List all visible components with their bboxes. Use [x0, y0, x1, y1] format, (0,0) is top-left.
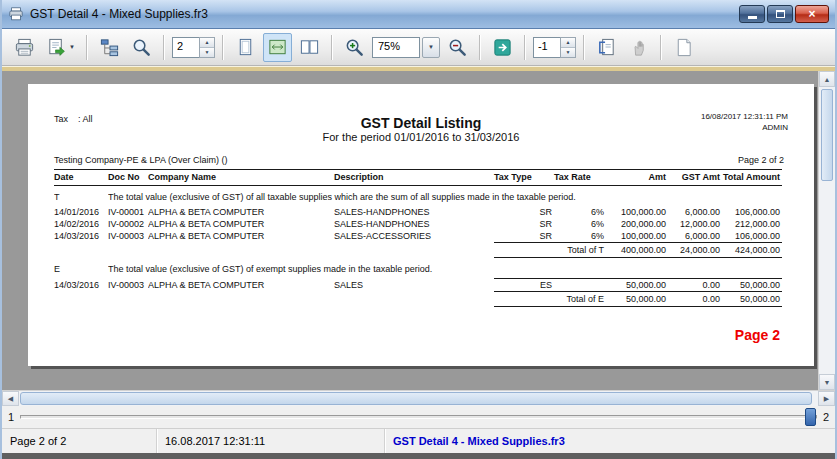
cell: SALES	[334, 279, 494, 292]
report-preview-window: GST Detail 4 - Mixed Supplies.fr3 ×	[0, 0, 837, 459]
two-pages-view-button[interactable]	[295, 33, 324, 62]
cell: SR	[494, 230, 554, 243]
spin-up-icon: ▲	[204, 40, 209, 45]
trackbar-track[interactable]	[20, 415, 817, 419]
scroll-up-button[interactable]: ▲	[819, 71, 835, 87]
cell: SR	[494, 206, 554, 218]
zoom-combobox[interactable]: 75% ▼	[372, 37, 440, 58]
page-number-spinner[interactable]: 2 ▲ ▼	[172, 37, 215, 58]
whole-page-view-button[interactable]	[231, 33, 260, 62]
cell: 14/03/2016	[54, 230, 108, 243]
cell: ALPHA & BETA COMPUTER	[148, 206, 334, 218]
total-value: 24,000.00	[668, 243, 722, 258]
column-header: Tax Type	[494, 170, 554, 186]
page-offset-up-button[interactable]: ▲	[561, 38, 575, 47]
cell: ES	[494, 279, 554, 292]
toolbar-separator	[86, 35, 88, 60]
window-title: GST Detail 4 - Mixed Supplies.fr3	[30, 7, 733, 21]
cell: SALES-HANDPHONES	[334, 218, 494, 230]
toolbar-separator	[524, 35, 526, 60]
report-title: GST Detail Listing	[28, 115, 814, 131]
page-trackbar[interactable]: 1 2	[2, 406, 835, 428]
page-number-spin-buttons: ▲ ▼	[199, 37, 215, 58]
zoom-dropdown-button[interactable]: ▼	[422, 37, 440, 58]
section-header-row: TThe total value (exclusive of GST) of a…	[54, 186, 782, 207]
outline-icon	[99, 37, 120, 58]
toolbar-separator	[479, 35, 481, 60]
vertical-scroll-track[interactable]	[819, 87, 835, 374]
section-code: E	[54, 258, 108, 279]
column-header: GST Amt	[668, 170, 722, 186]
cell: 6%	[554, 230, 606, 243]
status-datetime: 16.08.2017 12:31:11	[157, 429, 385, 453]
preview-area[interactable]: Tax: All 16/08/2017 12:31:11 PM ADMIN GS…	[2, 71, 818, 390]
section-description: The total value (exclusive of GST) of ex…	[108, 258, 782, 279]
page-offset-down-button[interactable]: ▼	[561, 47, 575, 57]
cell: SALES-HANDPHONES	[334, 206, 494, 218]
titlebar[interactable]: GST Detail 4 - Mixed Supplies.fr3 ×	[2, 0, 835, 29]
page-number-value[interactable]: 2	[172, 37, 199, 58]
horizontal-scrollbar[interactable]: ◀ ▶	[2, 390, 835, 406]
printer-icon	[14, 37, 35, 58]
two-pages-icon	[299, 37, 320, 58]
last-page-label: 2	[823, 411, 829, 423]
page-offset-value[interactable]: -1	[533, 37, 560, 58]
cell: IV-00002	[108, 218, 148, 230]
zoom-in-icon	[344, 37, 365, 58]
page-number-up-button[interactable]: ▲	[200, 38, 214, 47]
hand-icon	[628, 37, 649, 58]
spacer	[54, 243, 494, 258]
report-data-row: 14/03/2016IV-00003ALPHA & BETA COMPUTERS…	[54, 279, 782, 292]
hand-tool-button[interactable]	[624, 33, 653, 62]
cell: ALPHA & BETA COMPUTER	[148, 230, 334, 243]
export-dropdown-icon: ▼	[69, 44, 75, 50]
search-button[interactable]	[127, 33, 156, 62]
statusbar: Page 2 of 2 16.08.2017 12:31:11 GST Deta…	[2, 428, 835, 453]
cell: ALPHA & BETA COMPUTER	[148, 279, 334, 292]
zoom-value[interactable]: 75%	[372, 37, 420, 58]
horizontal-scroll-thumb[interactable]	[20, 392, 812, 405]
cell: 6,000.00	[668, 206, 722, 218]
zoom-in-button[interactable]	[340, 33, 369, 62]
zoom-out-button[interactable]	[443, 33, 472, 62]
spin-down-icon: ▼	[565, 50, 570, 55]
new-page-button[interactable]	[669, 33, 698, 62]
vertical-scroll-thumb[interactable]	[821, 89, 833, 181]
spacer	[54, 292, 494, 307]
horizontal-scroll-track[interactable]	[19, 391, 818, 406]
column-header: Total Amount	[722, 170, 782, 186]
page-width-view-button[interactable]	[263, 33, 292, 62]
export-button[interactable]: ▼	[42, 33, 79, 62]
zoom-out-icon	[447, 37, 468, 58]
toolbar: ▼ 2 ▲ ▼	[2, 29, 835, 66]
scroll-left-button[interactable]: ◀	[2, 391, 19, 406]
page-width-icon	[267, 37, 288, 58]
total-value: 0.00	[668, 292, 722, 307]
trackbar-thumb[interactable]	[805, 408, 816, 426]
page-offset-spinner[interactable]: -1 ▲ ▼	[533, 37, 576, 58]
column-header: Doc No	[108, 170, 148, 186]
report-page: Tax: All 16/08/2017 12:31:11 PM ADMIN GS…	[28, 84, 814, 366]
window-bottom-edge	[2, 453, 835, 459]
page-setup-button[interactable]	[592, 33, 621, 62]
scroll-right-button[interactable]: ▶	[818, 391, 835, 406]
total-value: 50,000.00	[722, 292, 782, 307]
company-row: Testing Company-PE & LPA (Over Claim) ()…	[54, 155, 784, 165]
vertical-scrollbar[interactable]: ▲ ▼	[818, 71, 835, 390]
close-button[interactable]: ×	[795, 5, 829, 23]
report-data-row: 14/02/2016IV-00002ALPHA & BETA COMPUTERS…	[54, 218, 782, 230]
scroll-down-icon: ▼	[824, 379, 831, 386]
outline-button[interactable]	[95, 33, 124, 62]
page-number-down-button[interactable]: ▼	[200, 47, 214, 57]
maximize-button[interactable]	[767, 5, 793, 23]
section-code: T	[54, 186, 108, 207]
minimize-button[interactable]	[739, 5, 765, 23]
open-report-window-button[interactable]	[488, 33, 517, 62]
section-header-row: EThe total value (exclusive of GST) of e…	[54, 258, 782, 279]
cell: 200,000.00	[606, 218, 668, 230]
report-period: For the period 01/01/2016 to 31/03/2016	[28, 131, 814, 143]
scroll-down-button[interactable]: ▼	[819, 374, 835, 390]
cell: SALES-ACCESSORIES	[334, 230, 494, 243]
print-button[interactable]	[10, 33, 39, 62]
section-total-row: Total of E50,000.000.0050,000.00	[54, 292, 782, 307]
